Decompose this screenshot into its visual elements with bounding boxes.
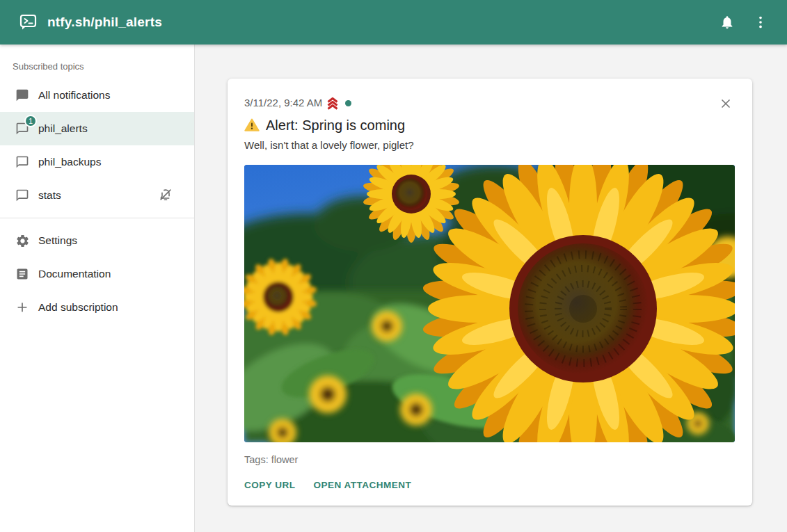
notifications-off-icon (158, 187, 175, 204)
copy-url-button[interactable]: COPY URL (244, 474, 296, 496)
sidebar-item-label: Add subscription (38, 301, 118, 314)
chat-bubble-outline-icon (14, 154, 31, 170)
plus-icon (14, 299, 31, 316)
attachment-image[interactable] (244, 165, 735, 442)
sidebar-item-documentation[interactable]: Documentation (0, 257, 194, 291)
appbar-actions (710, 6, 777, 39)
unread-dot (345, 100, 351, 106)
notification-body: Well, isn't that a lovely flower, piglet… (244, 138, 736, 152)
priority-max-icon (326, 97, 340, 110)
sidebar: Subscribed topics All notifications 1 ph… (0, 45, 195, 532)
sidebar-item-label: Documentation (38, 268, 111, 280)
article-icon (14, 266, 31, 282)
main-content: 3/11/22, 9:42 AM (195, 45, 787, 532)
warning-emoji-icon (244, 118, 260, 132)
sidebar-item-label: Settings (38, 234, 77, 247)
chat-bubble-outline-icon: 1 (14, 120, 31, 137)
bell-icon (720, 15, 735, 30)
sidebar-item-label: phil_alerts (38, 122, 88, 135)
notification-tags: Tags: flower (244, 453, 736, 466)
notification-card: 3/11/22, 9:42 AM (228, 79, 752, 506)
close-icon[interactable] (716, 94, 736, 113)
notification-actions: COPY URL OPEN ATTACHMENT (244, 474, 736, 496)
notification-timestamp: 3/11/22, 9:42 AM (244, 96, 322, 110)
chat-bubble-outline-icon (14, 187, 31, 204)
chat-bubble-filled-icon (14, 87, 31, 104)
sidebar-item-stats[interactable]: stats (0, 179, 194, 212)
sidebar-item-settings[interactable]: Settings (0, 224, 194, 257)
sidebar-item-phil-alerts[interactable]: 1 phil_alerts (0, 112, 194, 145)
sunflower-photo (244, 165, 735, 442)
sidebar-item-label: All notifications (38, 89, 110, 102)
sidebar-item-add-subscription[interactable]: Add subscription (0, 291, 194, 324)
sidebar-item-label: stats (38, 189, 61, 202)
subscribed-topics-header: Subscribed topics (0, 46, 194, 79)
sidebar-item-label: phil_backups (38, 156, 101, 168)
notification-meta: 3/11/22, 9:42 AM (244, 96, 736, 110)
sidebar-item-phil-backups[interactable]: phil_backups (0, 145, 194, 179)
gear-icon (14, 232, 31, 249)
notification-title: Alert: Spring is coming (244, 115, 736, 135)
notification-title-text: Alert: Spring is coming (266, 115, 405, 135)
more-vert-icon (753, 15, 768, 30)
overflow-menu-button[interactable] (744, 6, 777, 39)
ntfy-logo-icon (19, 13, 38, 31)
app-root: ntfy.sh/phil_alerts Subscrib (0, 0, 787, 532)
sidebar-item-all-notifications[interactable]: All notifications (0, 79, 194, 112)
app-bar: ntfy.sh/phil_alerts (0, 0, 787, 45)
appbar-home-link[interactable]: ntfy.sh/phil_alerts (19, 13, 162, 31)
sidebar-divider (0, 218, 194, 218)
open-attachment-button[interactable]: OPEN ATTACHMENT (314, 474, 412, 496)
notifications-button[interactable] (710, 6, 744, 39)
unread-count-badge: 1 (24, 115, 37, 127)
app-title: ntfy.sh/phil_alerts (47, 15, 162, 30)
